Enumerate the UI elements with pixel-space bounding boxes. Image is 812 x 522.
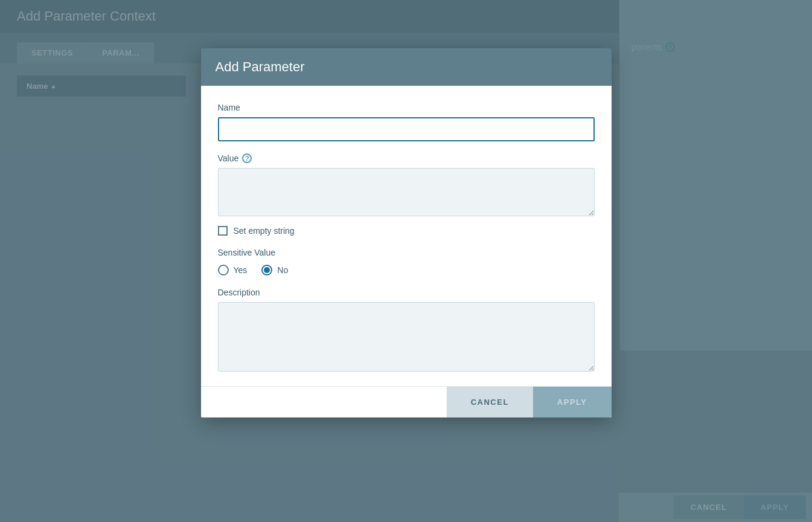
set-empty-string-row: Set empty string (218, 226, 595, 236)
modal-title: Add Parameter (216, 59, 305, 74)
modal-cancel-button[interactable]: CANCEL (447, 387, 533, 417)
sensitive-value-radio-row: Yes No (218, 265, 595, 276)
description-field-group: Description (218, 288, 595, 374)
set-empty-string-checkbox[interactable] (218, 226, 228, 236)
description-textarea[interactable] (218, 302, 595, 372)
sensitive-no-label[interactable]: No (277, 265, 288, 275)
name-field-group: Name (218, 103, 595, 153)
value-textarea[interactable] (218, 168, 595, 216)
description-label: Description (218, 288, 595, 297)
value-label-row: Value ? (218, 153, 595, 163)
value-field-group: Value ? (218, 153, 595, 226)
sensitive-value-group: Sensitive Value Yes No (218, 248, 595, 276)
modal-apply-button[interactable]: APPLY (533, 387, 612, 417)
sensitive-no-radio[interactable] (261, 265, 272, 276)
set-empty-string-label[interactable]: Set empty string (234, 226, 295, 236)
modal-footer: CANCEL APPLY (201, 386, 612, 417)
name-input[interactable] (218, 117, 595, 141)
value-help-icon[interactable]: ? (242, 153, 252, 163)
sensitive-no-option: No (261, 265, 288, 276)
sensitive-value-label: Sensitive Value (218, 248, 595, 257)
sensitive-yes-option: Yes (218, 265, 248, 276)
sensitive-yes-label[interactable]: Yes (234, 265, 248, 275)
modal-content-spacer (218, 374, 595, 386)
sensitive-yes-radio[interactable] (218, 265, 229, 276)
add-parameter-modal: Add Parameter Name Value ? Set empty str… (201, 48, 612, 417)
name-label: Name (218, 103, 595, 112)
modal-content: Name Value ? Set empty string Sensitive … (201, 86, 612, 386)
value-label-text: Value (218, 153, 239, 163)
modal-header: Add Parameter (201, 48, 612, 86)
